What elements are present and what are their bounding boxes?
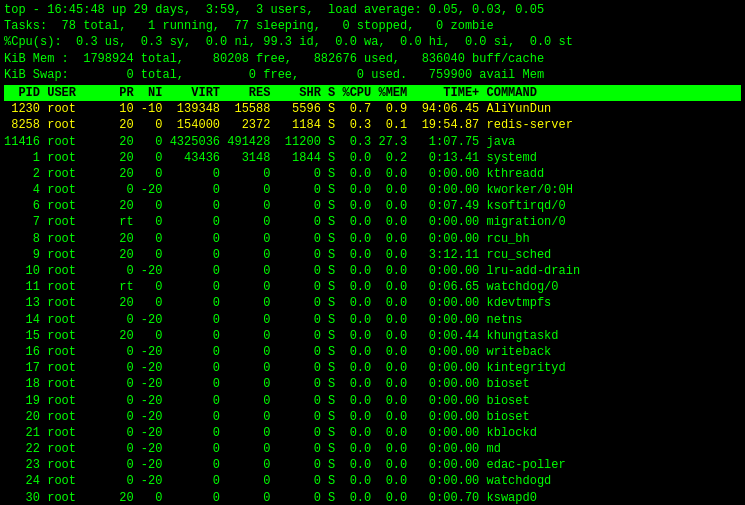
table-body: PID USER PR NI VIRT RES SHR S %CPU %MEM … (4, 85, 741, 505)
table-row: 30 root 20 0 0 0 0 S 0.0 0.0 0:00.70 ksw… (4, 490, 741, 505)
table-row: 19 root 0 -20 0 0 0 S 0.0 0.0 0:00.00 bi… (4, 393, 741, 409)
table-row: 21 root 0 -20 0 0 0 S 0.0 0.0 0:00.00 kb… (4, 425, 741, 441)
header-line-0: top - 16:45:48 up 29 days, 3:59, 3 users… (4, 2, 741, 18)
table-row: 4 root 0 -20 0 0 0 S 0.0 0.0 0:00.00 kwo… (4, 182, 741, 198)
table-row: 1230 root 10 -10 139348 15588 5596 S 0.7… (4, 101, 741, 117)
header-line-1: Tasks: 78 total, 1 running, 77 sleeping,… (4, 18, 741, 34)
table-row: 22 root 0 -20 0 0 0 S 0.0 0.0 0:00.00 md (4, 441, 741, 457)
table-row: 10 root 0 -20 0 0 0 S 0.0 0.0 0:00.00 lr… (4, 263, 741, 279)
table-row: 18 root 0 -20 0 0 0 S 0.0 0.0 0:00.00 bi… (4, 376, 741, 392)
table-row: 6 root 20 0 0 0 0 S 0.0 0.0 0:07.49 ksof… (4, 198, 741, 214)
table-row: 14 root 0 -20 0 0 0 S 0.0 0.0 0:00.00 ne… (4, 312, 741, 328)
table-row: 17 root 0 -20 0 0 0 S 0.0 0.0 0:00.00 ki… (4, 360, 741, 376)
header-line-3: KiB Mem : 1798924 total, 80208 free, 882… (4, 51, 741, 67)
header-section: top - 16:45:48 up 29 days, 3:59, 3 users… (4, 2, 741, 83)
table-row: 9 root 20 0 0 0 0 S 0.0 0.0 3:12.11 rcu_… (4, 247, 741, 263)
table-row: 7 root rt 0 0 0 0 S 0.0 0.0 0:00.00 migr… (4, 214, 741, 230)
header-line-4: KiB Swap: 0 total, 0 free, 0 used. 75990… (4, 67, 741, 83)
table-row: 11 root rt 0 0 0 0 S 0.0 0.0 0:06.65 wat… (4, 279, 741, 295)
table-header: PID USER PR NI VIRT RES SHR S %CPU %MEM … (4, 85, 741, 101)
header-line-2: %Cpu(s): 0.3 us, 0.3 sy, 0.0 ni, 99.3 id… (4, 34, 741, 50)
table-row: 11416 root 20 0 4325036 491428 11200 S 0… (4, 134, 741, 150)
terminal: top - 16:45:48 up 29 days, 3:59, 3 users… (0, 0, 745, 505)
table-row: 15 root 20 0 0 0 0 S 0.0 0.0 0:00.44 khu… (4, 328, 741, 344)
table-row: 20 root 0 -20 0 0 0 S 0.0 0.0 0:00.00 bi… (4, 409, 741, 425)
table-row: 16 root 0 -20 0 0 0 S 0.0 0.0 0:00.00 wr… (4, 344, 741, 360)
table-row: 23 root 0 -20 0 0 0 S 0.0 0.0 0:00.00 ed… (4, 457, 741, 473)
table-row: 1 root 20 0 43436 3148 1844 S 0.0 0.2 0:… (4, 150, 741, 166)
table-row: 8258 root 20 0 154000 2372 1184 S 0.3 0.… (4, 117, 741, 133)
table-row: 24 root 0 -20 0 0 0 S 0.0 0.0 0:00.00 wa… (4, 473, 741, 489)
table-row: 2 root 20 0 0 0 0 S 0.0 0.0 0:00.00 kthr… (4, 166, 741, 182)
table-row: 13 root 20 0 0 0 0 S 0.0 0.0 0:00.00 kde… (4, 295, 741, 311)
table-row: 8 root 20 0 0 0 0 S 0.0 0.0 0:00.00 rcu_… (4, 231, 741, 247)
